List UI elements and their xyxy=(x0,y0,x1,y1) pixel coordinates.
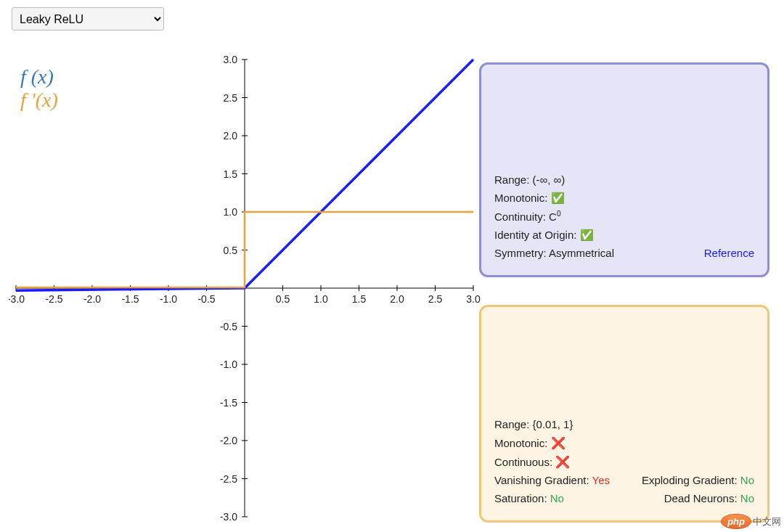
svg-text:-2.5: -2.5 xyxy=(45,293,62,305)
svg-text:-3.0: -3.0 xyxy=(9,293,25,305)
check-icon: ✅ xyxy=(551,192,565,204)
fprime-continuous-row: Continuous: ❌ xyxy=(494,455,754,469)
svg-text:1.0: 1.0 xyxy=(224,206,238,218)
fx-monotonic-row: Monotonic: ✅ xyxy=(494,192,754,205)
svg-text:-1.0: -1.0 xyxy=(220,359,237,370)
svg-text:-0.5: -0.5 xyxy=(197,293,215,305)
fprime-range-row: Range: {0.01, 1} xyxy=(494,418,754,431)
watermark: php 中文网 xyxy=(721,514,781,529)
fprime-properties-panel: Range: {0.01, 1} Monotonic: ❌ Continuous… xyxy=(479,305,769,523)
svg-text:3.0: 3.0 xyxy=(224,54,238,65)
chart: -3.0-2.5-2.0-1.5-1.0-0.50.51.01.52.02.53… xyxy=(9,52,481,524)
svg-text:-1.5: -1.5 xyxy=(121,293,139,305)
svg-text:-2.0: -2.0 xyxy=(220,435,237,446)
svg-text:2.5: 2.5 xyxy=(428,293,443,305)
svg-text:-1.5: -1.5 xyxy=(220,397,237,409)
activation-function-select[interactable]: Leaky ReLU xyxy=(12,7,164,30)
fprime-gradient-row: Vanishing Gradient: Yes Exploding Gradie… xyxy=(494,474,754,487)
reference-link[interactable]: Reference xyxy=(704,247,754,260)
svg-text:-1.0: -1.0 xyxy=(160,293,177,305)
svg-text:2.5: 2.5 xyxy=(224,92,238,104)
php-logo-icon: php xyxy=(721,514,751,529)
svg-text:1.0: 1.0 xyxy=(314,293,328,305)
fx-symmetry-row: Symmetry: Asymmetrical Reference xyxy=(494,247,754,260)
fx-properties-panel: Range: (-∞, ∞) Monotonic: ✅ Continuity: … xyxy=(479,62,769,277)
fx-range-row: Range: (-∞, ∞) xyxy=(494,173,754,187)
svg-text:-2.0: -2.0 xyxy=(83,293,101,305)
svg-text:0.5: 0.5 xyxy=(224,245,238,256)
svg-text:-3.0: -3.0 xyxy=(220,511,237,523)
chart-svg: -3.0-2.5-2.0-1.5-1.0-0.50.51.01.52.02.53… xyxy=(9,52,481,524)
fprime-monotonic-row: Monotonic: ❌ xyxy=(494,436,754,450)
svg-text:3.0: 3.0 xyxy=(466,293,481,305)
svg-text:2.0: 2.0 xyxy=(390,293,404,305)
svg-text:-0.5: -0.5 xyxy=(220,321,237,332)
svg-text:-2.5: -2.5 xyxy=(220,473,237,485)
cross-icon: ❌ xyxy=(551,437,565,449)
fx-continuity-row: Continuity: C0 xyxy=(494,210,754,224)
svg-text:2.0: 2.0 xyxy=(224,130,238,142)
cross-icon: ❌ xyxy=(555,456,570,468)
fprime-saturation-row: Saturation: No Dead Neurons: No xyxy=(494,492,754,505)
svg-text:1.5: 1.5 xyxy=(352,293,367,305)
svg-text:0.5: 0.5 xyxy=(276,293,290,305)
svg-text:1.5: 1.5 xyxy=(224,168,238,180)
fx-identity-row: Identity at Origin: ✅ xyxy=(494,229,754,242)
check-icon: ✅ xyxy=(580,229,594,241)
